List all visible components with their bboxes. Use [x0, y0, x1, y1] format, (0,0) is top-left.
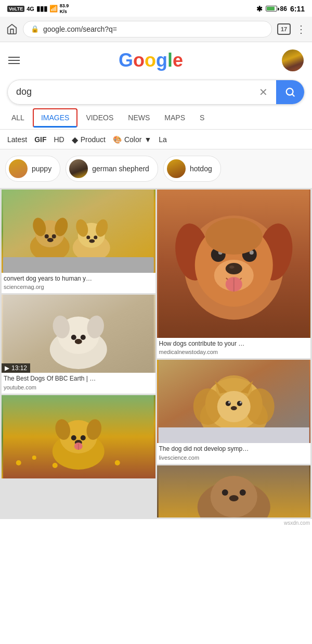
- network-type: 4G: [27, 6, 34, 12]
- hotdog-label: hotdog: [190, 165, 212, 173]
- card-title-brown-dog: How dogs contribute to your …: [159, 340, 309, 348]
- url-text: google.com/search?q=: [43, 25, 264, 33]
- svg-point-13: [86, 235, 90, 239]
- card-source-brown-dog: medicalnewstoday.com: [159, 349, 309, 355]
- svg-point-65: [225, 401, 230, 406]
- logo-e: e: [173, 49, 183, 71]
- german-shepherd-thumb: [69, 159, 88, 178]
- card-title-puppies: convert dog years to human y…: [4, 275, 153, 283]
- logo-g2: g: [156, 49, 167, 71]
- image-card-field[interactable]: [2, 395, 155, 478]
- browser-chrome: 🔒 google.com/search?q= 17 ⋮: [0, 17, 312, 42]
- image-card-puppies[interactable]: convert dog years to human y… sciencemag…: [2, 190, 155, 294]
- hotdog-thumb: [167, 159, 186, 178]
- svg-point-51: [225, 263, 242, 274]
- address-bar[interactable]: 🔒 google.com/search?q=: [23, 21, 272, 37]
- hamburger-line: [8, 60, 20, 61]
- browser-menu-button[interactable]: ⋮: [296, 23, 306, 35]
- tab-videos[interactable]: VIDEOS: [79, 107, 121, 129]
- image-card-bottom-right[interactable]: [157, 465, 311, 517]
- filter-hd[interactable]: HD: [54, 135, 64, 144]
- hamburger-line: [8, 63, 20, 64]
- avatar[interactable]: [282, 49, 304, 71]
- status-left: VoLTE 4G ▮▮▮ 📶 83.9K/s: [7, 3, 69, 15]
- image-card-brown-dog[interactable]: How dogs contribute to your … medicalnew…: [157, 190, 311, 359]
- svg-line-1: [292, 94, 294, 96]
- logo-o2: o: [145, 49, 156, 71]
- image-card-pom[interactable]: The dog did not develop symp… livescienc…: [157, 360, 311, 464]
- play-icon: ▶: [5, 364, 9, 372]
- svg-point-66: [237, 401, 242, 406]
- dropdown-arrow-icon: ▼: [144, 135, 151, 144]
- svg-point-52: [229, 266, 234, 269]
- search-container: dog ✕: [0, 77, 312, 107]
- bbc-image: ▶ 13:12: [2, 295, 155, 373]
- filter-gif-label: GIF: [34, 135, 46, 144]
- tab-maps[interactable]: MAPS: [157, 107, 192, 129]
- suggestion-german-shepherd[interactable]: german shepherd: [66, 156, 158, 182]
- home-button[interactable]: [6, 23, 18, 35]
- suggestion-puppy[interactable]: puppy: [5, 156, 60, 182]
- time-display: 6:11: [290, 5, 305, 13]
- battery-percent: 86: [280, 5, 287, 12]
- logo-o1: o: [133, 49, 145, 71]
- battery-icon: [266, 6, 277, 11]
- svg-point-67: [228, 401, 230, 403]
- svg-point-15: [47, 238, 54, 242]
- product-icon: ◆: [72, 135, 78, 145]
- tab-all[interactable]: ALL: [4, 107, 32, 129]
- filter-product[interactable]: ◆ Product: [72, 135, 106, 145]
- filter-la[interactable]: La: [159, 135, 167, 144]
- svg-point-12: [52, 234, 56, 238]
- card-title-pom: The dog did not develop symp…: [159, 445, 309, 453]
- google-logo: Google: [119, 49, 183, 71]
- tab-more[interactable]: S: [192, 107, 212, 129]
- filter-color-label: Color: [124, 135, 141, 144]
- puppies-image: [2, 190, 155, 273]
- search-button[interactable]: [276, 80, 304, 104]
- svg-point-37: [81, 435, 86, 440]
- image-column-right: How dogs contribute to your … medicalnew…: [157, 190, 311, 517]
- video-duration: 13:12: [11, 364, 27, 372]
- status-right: ✱ 86 6:11: [256, 5, 305, 13]
- filter-la-label: La: [159, 135, 167, 144]
- tab-news[interactable]: NEWS: [121, 107, 157, 129]
- google-header: Google: [0, 42, 312, 77]
- card-source-pom: livescience.com: [159, 454, 309, 461]
- card-info-brown-dog: How dogs contribute to your … medicalnew…: [157, 338, 311, 359]
- image-card-bbc[interactable]: ▶ 13:12 The Best Dogs Of BBC Earth | … y…: [2, 295, 155, 394]
- svg-point-24: [81, 335, 86, 340]
- card-info-bbc: The Best Dogs Of BBC Earth | … youtube.c…: [2, 373, 155, 394]
- svg-point-31: [115, 460, 120, 465]
- bluetooth-icon: ✱: [256, 5, 263, 13]
- clear-button[interactable]: ✕: [259, 86, 268, 98]
- suggestion-hotdog[interactable]: hotdog: [163, 156, 221, 182]
- avatar-image: [282, 49, 304, 71]
- filter-bar: Latest GIF HD ◆ Product 🎨 Color ▼ La: [0, 130, 312, 149]
- filter-latest[interactable]: Latest: [7, 135, 27, 144]
- brown-dog-image: [157, 190, 311, 338]
- svg-rect-70: [158, 427, 309, 443]
- svg-point-11: [45, 234, 49, 238]
- filter-hd-label: HD: [54, 135, 64, 144]
- svg-point-55: [205, 218, 262, 255]
- video-badge: ▶ 13:12: [2, 363, 30, 373]
- search-input-area[interactable]: dog ✕: [8, 81, 276, 104]
- filter-color[interactable]: 🎨 Color ▼: [113, 135, 151, 144]
- tabs-button[interactable]: 17: [277, 23, 291, 35]
- suggestions-row: puppy german shepherd hotdog: [0, 149, 312, 188]
- svg-point-25: [75, 339, 82, 344]
- watermark: wsxdn.com: [0, 519, 312, 527]
- filter-latest-label: Latest: [7, 135, 27, 144]
- hamburger-menu[interactable]: [8, 57, 20, 64]
- filter-gif[interactable]: GIF: [34, 135, 46, 144]
- svg-point-27: [16, 460, 21, 465]
- card-title-bbc: The Best Dogs Of BBC Earth | …: [4, 375, 153, 383]
- status-bar: VoLTE 4G ▮▮▮ 📶 83.9K/s ✱ 86 6:11: [0, 0, 312, 17]
- tab-images[interactable]: IMAGES: [33, 108, 77, 128]
- svg-point-69: [230, 406, 237, 410]
- svg-point-74: [222, 489, 228, 496]
- search-tabs: ALL IMAGES VIDEOS NEWS MAPS S: [0, 107, 312, 130]
- svg-point-14: [94, 235, 97, 239]
- svg-rect-17: [3, 257, 154, 273]
